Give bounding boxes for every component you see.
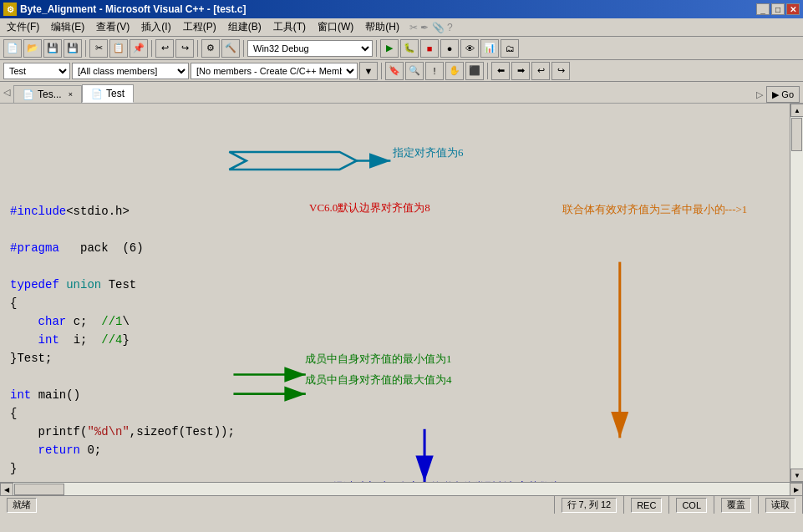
annotation-result: 经过对齐后，自定义的联合体类型所占字节数为4 <box>305 464 539 482</box>
cut-button[interactable]: ✂ <box>89 39 108 58</box>
menu-insert[interactable]: 插入(I) <box>136 18 175 36</box>
status-bar: 就绪 行 7, 列 12 REC COL 覆盖 读取 <box>0 495 803 514</box>
members-combo1[interactable]: [All class members] <box>72 63 189 79</box>
app-icon: ⚙ <box>3 3 17 16</box>
stop-button[interactable]: ■ <box>420 39 439 58</box>
scroll-thumb-v[interactable] <box>791 118 802 151</box>
menu-help[interactable]: 帮助(H) <box>360 18 404 36</box>
annotation-union: 联合体有效对齐值为三者中最小的--->1 <box>535 187 685 233</box>
tab-test[interactable]: 📄 Test <box>82 84 134 103</box>
build-button[interactable]: 🔨 <box>221 39 240 58</box>
status-col: COL <box>669 496 714 514</box>
code-editor[interactable]: #include<stdio.h> #pragma pack (6) typed… <box>0 104 803 482</box>
run-button[interactable]: ▶ <box>380 39 399 58</box>
status-rec: REC <box>624 496 669 514</box>
position-text: 行 7, 列 12 <box>562 498 617 513</box>
compile-button[interactable]: ⚙ <box>201 39 220 58</box>
annotation-member-max: 成员中自身对齐值的最大值为4 <box>305 371 452 389</box>
tab-icon-2: 📄 <box>91 89 103 99</box>
separator-1 <box>85 40 86 57</box>
title-bar: ⚙ Byte_Alignment - Microsoft Visual C++ … <box>0 0 803 18</box>
bp-button[interactable]: ● <box>440 39 459 58</box>
menu-tools[interactable]: 工具(T) <box>268 18 311 36</box>
scroll-track-h[interactable] <box>13 483 790 495</box>
memory-button[interactable]: 🗂 <box>501 39 519 58</box>
tb2-btn3[interactable]: ! <box>425 62 444 80</box>
scroll-left-button[interactable]: ◀ <box>0 483 13 495</box>
title-text: Byte_Alignment - Microsoft Visual C++ - … <box>20 3 246 15</box>
svg-marker-4 <box>229 152 356 170</box>
tb2-btn2[interactable]: 🔍 <box>405 62 424 80</box>
separator-2 <box>151 40 152 57</box>
menu-project[interactable]: 工程(P) <box>178 18 221 36</box>
undo-button[interactable]: ↩ <box>155 39 174 58</box>
tab-next[interactable]: ▷ <box>756 89 763 100</box>
tab-label-2: Test <box>106 88 125 99</box>
separator-5 <box>376 40 377 57</box>
tb2-btn5[interactable]: ⬛ <box>465 62 484 80</box>
tb2-btn7[interactable]: ➡ <box>511 62 530 80</box>
menu-view[interactable]: 查看(V) <box>91 18 135 36</box>
vertical-scrollbar[interactable]: ▲ ▼ <box>790 104 803 482</box>
status-ready: 就绪 <box>0 496 555 514</box>
debug-button[interactable]: 🐛 <box>400 39 419 58</box>
tb2-btn9[interactable]: ↪ <box>551 62 570 80</box>
tb2-btn8[interactable]: ↩ <box>531 62 550 80</box>
callstack-button[interactable]: 📊 <box>480 39 499 58</box>
minimize-button[interactable]: _ <box>756 3 770 15</box>
annotation-typedef: VC6.0默认边界对齐值为8 <box>309 199 430 217</box>
editor-wrapper: #include<stdio.h> #pragma pack (6) typed… <box>0 104 803 495</box>
separator-t2-1 <box>381 63 382 79</box>
toolbar-1: 📄 📂 💾 💾 ✂ 📋 📌 ↩ ↪ ⚙ 🔨 Win32 Debug ▶ 🐛 ■ … <box>0 37 803 60</box>
annotation-pragma: 指定对齐值为6 <box>393 144 464 162</box>
menu-file[interactable]: 文件(F) <box>2 18 44 36</box>
close-button[interactable]: ✕ <box>786 3 800 15</box>
go-button[interactable]: ▶ Go <box>766 86 800 103</box>
col-text: COL <box>676 498 707 513</box>
maximize-button[interactable]: □ <box>771 3 785 15</box>
separator-3 <box>197 40 198 57</box>
status-readonly: 读取 <box>759 496 803 514</box>
members-combo2[interactable]: [No members - Create C/C++ Memb <box>191 63 358 79</box>
tb2-btn4[interactable]: ✋ <box>445 62 464 80</box>
scroll-thumb-h[interactable] <box>14 484 64 495</box>
separator-t2-2 <box>487 63 488 79</box>
editor-scroll-area: #include<stdio.h> #pragma pack (6) typed… <box>0 104 803 482</box>
annotation-member-min: 成员中自身对齐值的最小值为1 <box>305 350 452 368</box>
menu-bar: 文件(F) 编辑(E) 查看(V) 插入(I) 工程(P) 组建(B) 工具(T… <box>0 18 803 37</box>
status-position: 行 7, 列 12 <box>555 496 625 514</box>
tab-label-1: Tes... <box>38 89 62 100</box>
redo-button[interactable]: ↪ <box>175 39 194 58</box>
config-combo[interactable]: Win32 Debug <box>247 40 373 57</box>
tab-bar: ◁ 📄 Tes... × 📄 Test ▷ ▶ Go <box>0 82 803 104</box>
copy-button[interactable]: 📋 <box>109 39 128 58</box>
tb2-btn6[interactable]: ⬅ <box>491 62 510 80</box>
class-combo[interactable]: Test <box>3 63 70 79</box>
mode2-text: 读取 <box>765 498 795 513</box>
scroll-up-button[interactable]: ▲ <box>790 104 803 117</box>
menu-window[interactable]: 窗口(W) <box>313 18 358 36</box>
tab-icon-1: 📄 <box>23 89 34 100</box>
window-controls: _ □ ✕ <box>756 3 800 15</box>
scroll-down-button[interactable]: ▼ <box>790 469 803 482</box>
watch-button[interactable]: 👁 <box>460 39 479 58</box>
paste-button[interactable]: 📌 <box>130 39 148 58</box>
menu-edit[interactable]: 编辑(E) <box>46 18 89 36</box>
save-all-button[interactable]: 💾 <box>64 39 82 58</box>
new-button[interactable]: 📄 <box>3 39 22 58</box>
combo-expand[interactable]: ▼ <box>359 62 378 80</box>
scroll-right-button[interactable]: ▶ <box>790 483 803 495</box>
menu-build[interactable]: 组建(B) <box>223 18 267 36</box>
mode1-text: 覆盖 <box>721 498 751 513</box>
horizontal-scrollbar[interactable]: ◀ ▶ <box>0 482 803 495</box>
status-text: 就绪 <box>7 498 37 513</box>
tab-close-1[interactable]: × <box>69 90 73 99</box>
save-button[interactable]: 💾 <box>43 39 62 58</box>
scroll-track-v[interactable] <box>790 117 803 469</box>
toolbar-2: Test [All class members] [No members - C… <box>0 60 803 82</box>
rec-text: REC <box>631 498 662 513</box>
tab-tes[interactable]: 📄 Tes... × <box>13 85 82 103</box>
status-overwrite: 覆盖 <box>714 496 759 514</box>
open-button[interactable]: 📂 <box>23 39 42 58</box>
tb2-btn1[interactable]: 🔖 <box>385 62 404 80</box>
